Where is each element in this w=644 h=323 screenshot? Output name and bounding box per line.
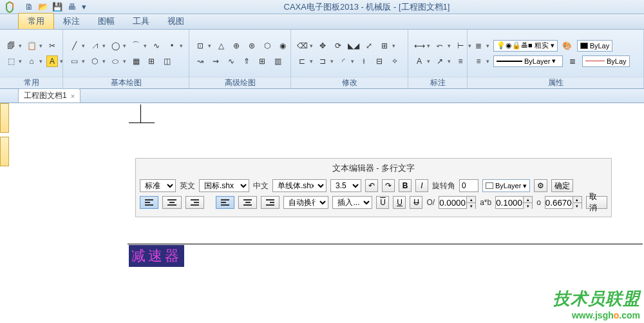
trim-icon[interactable]: ⊏ (296, 55, 308, 67)
dim-arc-icon[interactable]: ⤺ (434, 40, 446, 52)
align-center-button[interactable] (238, 196, 257, 209)
match-dd[interactable]: ▾ (39, 58, 43, 64)
qat-save-icon[interactable]: 💾 (52, 2, 63, 12)
spin-up[interactable]: ▴ (466, 197, 475, 203)
redo-button[interactable]: ↷ (382, 179, 395, 192)
cut-icon[interactable]: ✂ (46, 40, 58, 52)
circle-dd[interactable]: ▾ (123, 43, 126, 49)
spacing-spinner[interactable]: ▴▾ (545, 196, 582, 209)
wrap-select[interactable]: 自动换行 (283, 196, 328, 209)
document-tab[interactable]: 工程图文档1 × (18, 88, 80, 103)
oblique-input[interactable] (439, 197, 466, 208)
select-dd[interactable]: ▾ (19, 58, 22, 64)
bylayer2[interactable]: ByLayer ▾ (493, 55, 563, 67)
point-dd[interactable]: ▾ (180, 43, 183, 49)
adv9-icon[interactable]: ∿ (225, 55, 237, 67)
rotate-input[interactable] (459, 179, 478, 192)
spline-icon[interactable]: ∿ (151, 40, 162, 52)
line-icon[interactable]: ╱ (68, 40, 80, 52)
layer-state[interactable]: 💡◉🔒🖶■ 粗实 ▾ (493, 40, 558, 52)
tab-common[interactable]: 常用 (18, 13, 54, 29)
cancel-button[interactable]: 取消 (586, 196, 607, 209)
leader-icon[interactable]: ↗ (434, 55, 446, 67)
ellipse-icon[interactable]: ⬭ (109, 55, 121, 67)
rect-dd[interactable]: ▾ (82, 58, 85, 64)
valign-mid-button[interactable] (162, 196, 181, 209)
arc-dd[interactable]: ▾ (144, 43, 147, 49)
spin-down[interactable]: ▾ (466, 203, 475, 209)
select-icon[interactable]: ⬚ (5, 55, 17, 67)
valign-bot-button[interactable] (185, 196, 204, 209)
width-spinner[interactable]: ▴▾ (495, 196, 533, 209)
pline-dd[interactable]: ▾ (102, 43, 106, 49)
align-right-button[interactable] (261, 196, 279, 209)
line-dd[interactable]: ▾ (82, 43, 85, 49)
adv10-icon[interactable]: ⇑ (241, 55, 252, 67)
spin-up2[interactable]: ▴ (523, 197, 532, 203)
move-icon[interactable]: ✥ (317, 40, 328, 52)
settings-button[interactable]: ⚙ (534, 179, 547, 192)
dim-a-icon[interactable]: A (413, 55, 425, 67)
side-panel-stub-1[interactable] (0, 103, 9, 133)
adv6-icon[interactable]: ◉ (277, 40, 289, 52)
underline-button[interactable]: U (393, 196, 406, 209)
block-icon[interactable]: ◫ (161, 55, 173, 67)
poly-dd[interactable]: ▾ (102, 58, 106, 64)
qat-print-icon[interactable]: 🖶 (66, 2, 77, 12)
copy-icon[interactable]: 🗐 (5, 40, 17, 52)
bylayer3[interactable]: ByLay (582, 55, 630, 67)
adv12-icon[interactable]: ▥ (272, 55, 283, 67)
qat-open-icon[interactable]: 📂 (37, 2, 49, 12)
adv8-icon[interactable]: ⇝ (210, 55, 222, 67)
rotate-icon[interactable]: ⟳ (332, 40, 344, 52)
strike-button[interactable]: U (410, 196, 422, 209)
dim-cont-icon[interactable]: ⊢ (455, 40, 466, 52)
selected-text[interactable]: 减速器 (129, 245, 184, 267)
scale-icon[interactable]: ⤢ (363, 40, 375, 52)
bylayer1[interactable]: ByLay (577, 40, 613, 52)
bold-button[interactable]: B (399, 179, 412, 192)
break-icon[interactable]: ⊟ (374, 55, 385, 67)
adv5-icon[interactable]: ⬡ (261, 40, 273, 52)
hatch-icon[interactable]: ▦ (130, 55, 142, 67)
fillet-icon[interactable]: ◜ (337, 55, 349, 67)
extend-icon[interactable]: ⊐ (317, 55, 328, 67)
cn-font-select[interactable]: 单线体.shx (272, 179, 327, 192)
spin-down2[interactable]: ▾ (523, 203, 532, 209)
leader-dd[interactable]: ▾ (448, 58, 451, 64)
color-select[interactable]: ByLayer ▾ (482, 179, 530, 192)
pline-icon[interactable]: ⩘ (89, 40, 100, 52)
adv2-icon[interactable]: △ (215, 40, 227, 52)
en-font-select[interactable]: 国标.shx (199, 179, 249, 192)
tab-view[interactable]: 视图 (158, 14, 193, 29)
adv1-icon[interactable]: ⊡ (194, 40, 206, 52)
dim-a-dd[interactable]: ▾ (427, 58, 430, 64)
insert-select[interactable]: 插入... (332, 196, 372, 209)
align-left-button[interactable] (216, 196, 234, 209)
adv11-icon[interactable]: ⊞ (256, 55, 268, 67)
mirror-icon[interactable]: ◣◢ (348, 40, 359, 52)
paste-dd[interactable]: ▾ (39, 43, 43, 49)
close-icon[interactable]: × (71, 92, 75, 100)
ltype-dd[interactable]: ▾ (486, 58, 489, 64)
color-icon[interactable]: 🎨 (562, 40, 573, 52)
ellipse-dd[interactable]: ▾ (123, 58, 126, 64)
layer-dd[interactable]: ▾ (486, 43, 489, 49)
tol-icon[interactable]: ≡ (455, 55, 466, 67)
adv7-icon[interactable]: ↝ (194, 55, 206, 67)
qat-more-icon[interactable]: ▾ (78, 2, 90, 12)
spin-down3[interactable]: ▾ (573, 203, 582, 209)
dim-lin-icon[interactable]: ⟷ (413, 40, 425, 52)
layer-icon[interactable]: ≣ (473, 40, 484, 52)
dim-lin-dd[interactable]: ▾ (427, 43, 430, 49)
fillet-dd[interactable]: ▾ (351, 58, 354, 64)
array-dd[interactable]: ▾ (392, 43, 395, 49)
side-panel-stub-2[interactable] (0, 137, 9, 166)
extend-dd[interactable]: ▾ (330, 58, 334, 64)
region-icon[interactable]: ⊞ (146, 55, 157, 67)
copy-dd[interactable]: ▾ (19, 43, 22, 49)
tab-annotate[interactable]: 标注 (54, 14, 89, 29)
rect-icon[interactable]: ▭ (68, 55, 80, 67)
undo-button[interactable]: ↶ (365, 179, 378, 192)
trim-dd[interactable]: ▾ (310, 58, 313, 64)
